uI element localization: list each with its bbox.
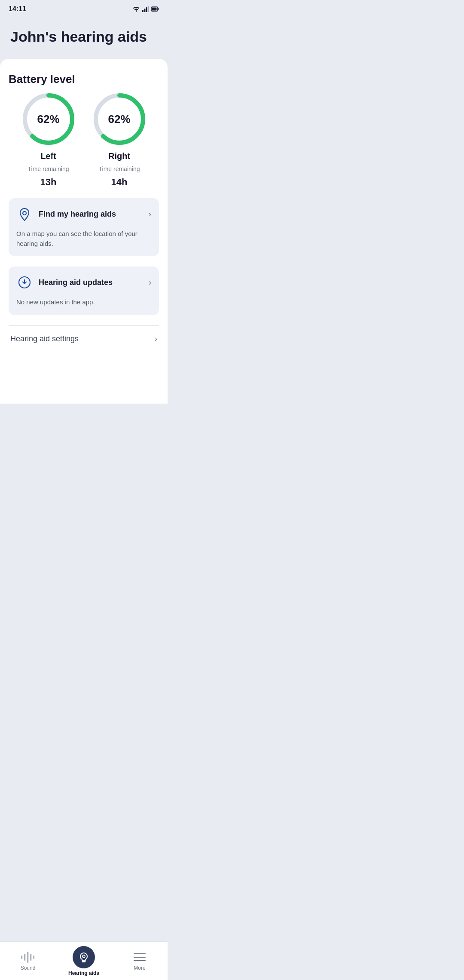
battery-left-label: Left [40,151,56,161]
updates-card-title: Hearing aid updates [39,278,113,287]
battery-left-circle: 62% [21,91,76,147]
battery-left-remaining: Time remaining [28,165,69,172]
battery-right-circle: 62% [92,91,147,147]
status-time: 14:11 [9,5,26,13]
download-icon [16,274,33,291]
battery-icon [151,6,159,12]
find-hearing-aids-card[interactable]: Find my hearing aids › On a map you can … [9,198,159,256]
svg-rect-2 [146,7,147,12]
page-title: John's hearing aids [10,28,157,45]
find-card-description: On a map you can see the location of you… [9,229,159,256]
svg-rect-3 [148,6,150,12]
updates-card-description: No new updates in the app. [9,297,159,315]
svg-rect-6 [158,8,159,10]
battery-right-time: 14h [111,177,128,188]
location-icon [16,206,33,222]
battery-right-percent: 62% [108,113,130,126]
svg-rect-0 [142,10,143,12]
updates-card-header[interactable]: Hearing aid updates › [9,266,159,297]
battery-left-time: 13h [40,177,57,188]
settings-row[interactable]: Hearing aid settings › [9,325,159,352]
battery-left: 62% Left Time remaining 13h [21,91,76,188]
settings-row-label: Hearing aid settings [10,334,79,343]
svg-rect-1 [144,9,146,12]
battery-left-percent: 62% [37,113,59,126]
signal-icon [142,6,149,12]
find-card-title: Find my hearing aids [39,210,116,219]
page-header: John's hearing aids [0,16,168,59]
svg-point-11 [23,211,26,215]
status-icons [132,6,159,12]
updates-card-chevron: › [149,278,151,287]
main-card: Battery level 62% Left Time remaining 13… [0,59,168,404]
battery-right-remaining: Time remaining [99,165,140,172]
updates-card[interactable]: Hearing aid updates › No new updates in … [9,266,159,315]
svg-rect-5 [152,8,157,11]
wifi-icon [132,6,140,12]
battery-right-label: Right [108,151,130,161]
status-bar: 14:11 [0,0,168,16]
battery-row: 62% Left Time remaining 13h 62% Right Ti… [9,91,159,188]
settings-chevron: › [155,334,157,343]
battery-section: Battery level 62% Left Time remaining 13… [9,73,159,188]
battery-right: 62% Right Time remaining 14h [92,91,147,188]
battery-section-title: Battery level [9,73,159,86]
find-card-header[interactable]: Find my hearing aids › [9,198,159,229]
find-card-chevron: › [149,210,151,219]
